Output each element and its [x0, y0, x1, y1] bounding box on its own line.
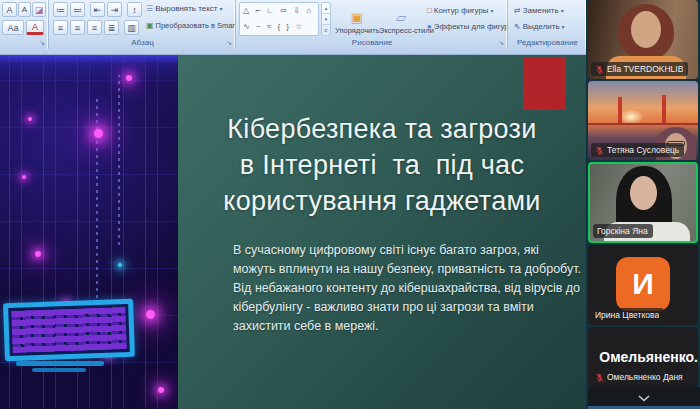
participant-tile-omelianenko[interactable]: Омельяненко. Омельяненко Даня	[588, 327, 698, 387]
chevron-down-icon	[638, 395, 650, 402]
keyboard-stand	[16, 361, 104, 366]
arrange-button[interactable]: ▣ Упорядочить	[335, 2, 379, 42]
numbering-icon[interactable]: ≕	[70, 2, 85, 17]
dialog-launcher-icon[interactable]: ↘	[39, 39, 45, 47]
slide-title-line: користування гаджетами	[186, 183, 578, 219]
align-left-icon[interactable]: ≡	[53, 20, 68, 35]
shape-outline-icon: □	[427, 6, 432, 15]
circuit-glow-dot	[35, 251, 41, 257]
mic-slash-icon	[595, 373, 604, 382]
zoom-meeting-window: A A ◪ Aa A ↘ ≔ ≕ ⇤ ⇥ ↕ ≡ ≡ ≡ ≣ ▥ ☰	[0, 0, 700, 409]
replace-button[interactable]: ⇄ Заменить▾	[514, 6, 564, 15]
participant-name-label: Ирина Цветкова	[591, 308, 664, 322]
keyboard-stand	[32, 368, 86, 372]
paragraph-group-label: Абзац	[50, 38, 235, 47]
collapse-gallery-button[interactable]	[588, 387, 700, 406]
participant-name-label: Омельяненко Даня	[591, 370, 688, 384]
slide-title[interactable]: Кібербезпека та загрози в Інтернеті та п…	[186, 111, 578, 219]
participant-name-label: Горскіна Яна	[593, 224, 653, 238]
bridge-deck	[588, 123, 698, 125]
slide-editing-area: Кібербезпека та загрози в Інтернеті та п…	[0, 55, 586, 409]
shapes-gallery[interactable]: △ ⌐ ∟ ⇨ ⇩ ⌂ ∿ ~ ≈ { } ☆	[239, 2, 319, 36]
shapes-row-1: △ ⌐ ∟ ⇨ ⇩ ⌂	[240, 3, 318, 19]
line-spacing-icon[interactable]: ↕	[127, 2, 142, 17]
participants-sidebar: Ella TVERDOKHLIB Тетяна Сусловець	[588, 0, 700, 409]
slide-title-line: Кібербезпека та загрози	[186, 111, 578, 147]
dialog-launcher-icon[interactable]: ↘	[498, 39, 504, 47]
shape-outline-button[interactable]: □ Контур фигуры▾	[427, 6, 493, 15]
participant-tile-tetiana[interactable]: Тетяна Сусловець	[588, 81, 698, 160]
replace-icon: ⇄	[514, 6, 521, 15]
columns-icon[interactable]: ▥	[124, 20, 139, 35]
slide-title-line: в Інтернеті та під час	[186, 147, 578, 183]
smartart-icon: ▣	[146, 21, 154, 30]
circuit-glow-dot	[126, 75, 132, 81]
keyboard-keys	[11, 307, 126, 353]
align-center-icon[interactable]: ≡	[70, 20, 85, 35]
shapes-row-2: ∿ ~ ≈ { } ☆	[240, 19, 318, 35]
align-text-button[interactable]: ☰ Выровнять текст▾	[146, 4, 223, 13]
slide-circuit-board-graphic	[0, 55, 178, 409]
more-shapes-icon[interactable]: ≡	[322, 25, 330, 36]
mic-slash-icon	[595, 65, 604, 74]
face-shape	[631, 11, 661, 48]
participant-tile-ella[interactable]: Ella TVERDOKHLIB	[588, 0, 698, 79]
editing-group-label: Редактирование	[509, 38, 586, 47]
circuit-glow-dot	[22, 175, 26, 179]
shrink-font-button[interactable]: A	[18, 2, 31, 17]
scroll-down-icon[interactable]: ▾	[322, 14, 330, 25]
participant-tile-yana-active-speaker[interactable]: Горскіна Яна	[588, 162, 698, 243]
participant-name-label: Ella TVERDOKHLIB	[591, 62, 688, 76]
face-shape	[630, 176, 657, 210]
scroll-up-icon[interactable]: ▴	[322, 3, 330, 14]
participant-name-label: Тетяна Сусловець	[591, 143, 684, 157]
slide-red-accent-shape[interactable]	[523, 57, 566, 110]
drawing-group-label: Рисование	[237, 38, 507, 47]
circuit-dotted-trace	[96, 95, 98, 305]
align-text-icon: ☰	[146, 4, 153, 13]
powerpoint-ribbon: A A ◪ Aa A ↘ ≔ ≕ ⇤ ⇥ ↕ ≡ ≡ ≡ ≣ ▥ ☰	[0, 0, 586, 55]
circuit-glow-dot	[28, 117, 32, 121]
circuit-glow-dot	[146, 310, 155, 319]
ribbon-group-drawing: △ ⌐ ∟ ⇨ ⇩ ⌂ ∿ ~ ≈ { } ☆ ▴ ▾ ≡ ▣ Упорядоч…	[237, 0, 508, 49]
grow-font-button[interactable]: A	[2, 2, 17, 17]
circuit-glow-dot	[118, 263, 122, 267]
change-case-button[interactable]: Aa	[2, 20, 24, 35]
font-color-button[interactable]: A	[26, 20, 44, 35]
bullets-icon[interactable]: ≔	[53, 2, 68, 17]
bridge-tower	[618, 97, 622, 125]
ribbon-group-editing: ⇄ Заменить▾ ⇖ Выделить▾ Редактирование	[509, 0, 586, 49]
bridge-tower	[662, 95, 666, 125]
screen-share-powerpoint: A A ◪ Aa A ↘ ≔ ≕ ⇤ ⇥ ↕ ≡ ≡ ≡ ≣ ▥ ☰	[0, 0, 586, 409]
shapes-gallery-scroll[interactable]: ▴ ▾ ≡	[321, 2, 331, 36]
select-button[interactable]: ⇖ Выделить▾	[514, 22, 565, 31]
participant-tile-irina[interactable]: И Ирина Цветкова	[588, 245, 698, 325]
dialog-launcher-icon[interactable]: ↘	[226, 39, 232, 47]
circuit-keyboard-graphic	[3, 299, 135, 362]
participant-display-name: Омельяненко.	[590, 349, 698, 365]
convert-smartart-button[interactable]: ▣ Преобразовать в SmartArt▾	[146, 21, 236, 30]
slide-body-text[interactable]: В сучасному цифровому світі існує багато…	[233, 241, 583, 336]
quick-styles-icon: ▱	[379, 10, 423, 26]
clear-formatting-icon[interactable]: ◪	[32, 2, 46, 17]
quick-styles-button[interactable]: ▱ Экспресс-стили	[379, 2, 423, 42]
circuit-glow-dot	[158, 387, 164, 393]
select-icon: ⇖	[514, 22, 521, 31]
slide-canvas[interactable]: Кібербезпека та загрози в Інтернеті та п…	[178, 55, 586, 409]
circuit-glow-dot	[94, 129, 103, 138]
align-right-icon[interactable]: ≡	[87, 20, 102, 35]
shape-effects-button[interactable]: ● Эффекты для фигур▾	[427, 22, 508, 31]
circuit-dotted-trace	[118, 75, 120, 245]
ribbon-group-paragraph: ≔ ≕ ⇤ ⇥ ↕ ≡ ≡ ≡ ≣ ▥ ☰ Выровнять текст▾ ▣…	[50, 0, 236, 49]
shape-effects-icon: ●	[427, 22, 432, 31]
avatar: И	[616, 257, 670, 311]
increase-indent-icon[interactable]: ⇥	[107, 2, 122, 17]
mic-slash-icon	[595, 146, 604, 155]
ribbon-group-font: A A ◪ Aa A ↘	[0, 0, 49, 49]
arrange-icon: ▣	[335, 10, 379, 26]
justify-icon[interactable]: ≣	[104, 20, 119, 35]
decrease-indent-icon[interactable]: ⇤	[90, 2, 105, 17]
